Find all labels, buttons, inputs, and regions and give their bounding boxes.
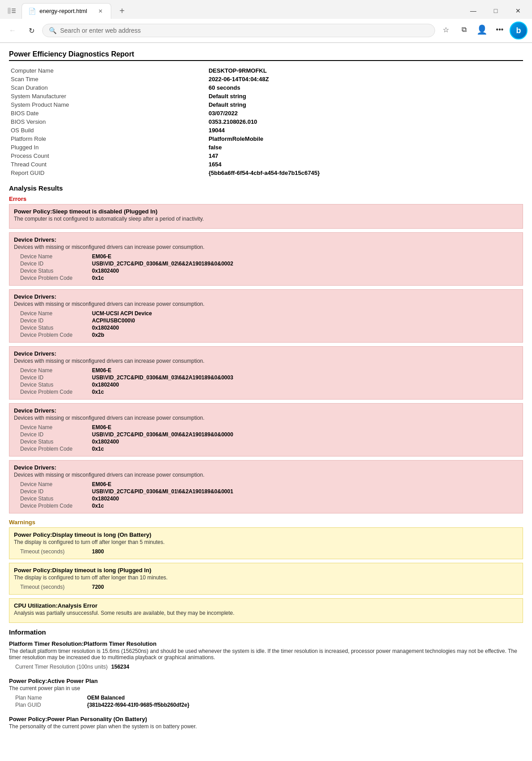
profile-button[interactable]: 👤 [474,22,490,38]
navigation-bar: ← ↻ 🔍 Search or enter web address ☆ ⧉ 👤 … [0,19,532,43]
sidebar-toggle-button[interactable] [4,3,20,19]
detail-row: Device Problem Code0x1c [18,445,235,452]
info-block: Platform Timer Resolution:Platform Timer… [9,639,523,672]
detail-table: Current Timer Resolution (100ns units)15… [13,663,131,670]
detail-value: 0x2b [90,331,154,339]
system-info-value: {5bb6a6ff-6f54-4cbf-a454-fde7b15c6745} [207,169,523,177]
block-title: Device Drivers: [14,350,518,357]
detail-value: 1800 [90,548,106,555]
error-block: Device Drivers:Devices with missing or m… [9,403,523,457]
detail-row: Device IDUSB\VID_2C7C&PID_0306&MI_02\6&2… [18,260,235,267]
system-info-label: System Product Name [9,100,207,109]
detail-label: Device ID [18,374,90,381]
report-title: Power Efficiency Diagnostics Report [9,50,523,61]
detail-label: Device ID [18,431,90,438]
svg-rect-1 [12,9,16,9]
detail-label: Device Status [18,381,90,388]
detail-row: Device Status0x1802400 [18,495,235,502]
browser-tab[interactable]: 📄 energy-report.html ✕ [22,3,111,19]
system-info-value: 19044 [207,126,523,135]
block-description: The display is configured to turn off af… [14,574,518,581]
system-info-row: Report GUID{5bb6a6ff-6f54-4cbf-a454-fde7… [9,169,523,177]
detail-table: Plan NameOEM BalancedPlan GUID{381b4222-… [13,694,191,709]
detail-value: 7200 [90,583,106,591]
system-info-row: Plugged Infalse [9,143,523,152]
errors-container: Power Policy:Sleep timeout is disabled (… [9,204,523,513]
search-icon: 🔍 [49,27,57,34]
system-info-label: Report GUID [9,169,207,177]
detail-row: Device IDUSB\VID_2C7C&PID_0306&MI_03\6&2… [18,374,235,381]
minimize-button[interactable]: — [463,4,484,18]
block-title: Power Policy:Sleep timeout is disabled (… [14,208,518,215]
block-description: Analysis was partially unsuccessful. Som… [14,610,518,616]
title-bar: 📄 energy-report.html ✕ + — □ ✕ [0,0,532,19]
menu-button[interactable]: ••• [492,22,508,38]
detail-table: Device NameEM06-EDevice IDUSB\VID_2C7C&P… [18,367,235,396]
detail-row: Device Status0x1802400 [18,267,235,274]
block-description: Devices with missing or misconfigured dr… [14,472,518,478]
system-info-value: 60 seconds [207,83,523,92]
close-button[interactable]: ✕ [508,4,528,18]
bing-button[interactable]: b [510,22,528,39]
detail-label: Current Timer Resolution (100ns units) [13,663,109,670]
error-block: Device Drivers:Devices with missing or m… [9,289,523,343]
collections-button[interactable]: ⧉ [456,22,472,38]
block-description: The display is configured to turn off af… [14,539,518,545]
system-info-row: Computer NameDESKTOP-9RMOFKL [9,66,523,75]
detail-label: Device ID [18,260,90,267]
detail-row: Device IDUSB\VID_2C7C&PID_0306&MI_01\6&2… [18,488,235,495]
detail-row: Device Status0x1802400 [18,438,235,445]
window-controls: — □ ✕ [463,4,528,18]
detail-value: EM06-E [90,424,235,431]
back-button[interactable]: ← [4,22,21,39]
block-title: Power Policy:Active Power Plan [9,678,523,684]
maximize-button[interactable]: □ [485,4,506,18]
block-title: Device Drivers: [14,464,518,471]
detail-table: Device NameEM06-EDevice IDUSB\VID_2C7C&P… [18,481,235,509]
system-info-label: System Manufacturer [9,92,207,100]
detail-row: Device IDUSB\VID_2C7C&PID_0306&MI_00\6&2… [18,431,235,438]
detail-row: Device Problem Code0x2b [18,331,154,339]
detail-row: Device NameEM06-E [18,424,235,431]
detail-row: Device Problem Code0x1c [18,502,235,509]
detail-table: Timeout (seconds)1800 [18,548,106,555]
block-title: Platform Timer Resolution:Platform Timer… [9,640,523,647]
system-info-value: DESKTOP-9RMOFKL [207,66,523,75]
system-info-value: false [207,143,523,152]
system-info-label: Scan Duration [9,83,207,92]
detail-row: Plan GUID{381b4222-f694-41f0-9685-ff5bb2… [13,701,191,709]
detail-value: 0x1802400 [90,324,154,331]
detail-value: 0x1802400 [90,267,235,274]
detail-label: Device Name [18,253,90,260]
address-bar[interactable]: 🔍 Search or enter web address [42,24,435,37]
detail-label: Plan Name [13,694,85,701]
block-description: The default platform timer resolution is… [9,648,523,661]
detail-value: 0x1c [90,274,235,282]
detail-label: Device Status [18,438,90,445]
detail-label: Device ID [18,488,90,495]
detail-row: Device Problem Code0x1c [18,274,235,282]
system-info-label: Computer Name [9,66,207,75]
detail-label: Device Name [18,310,90,317]
detail-table: Timeout (seconds)7200 [18,583,106,591]
info-block: Power Policy:Power Plan Personality (On … [9,714,523,734]
system-info-label: Process Count [9,152,207,160]
detail-row: Device IDACPI\USBC000\0 [18,317,154,324]
tab-close-button[interactable]: ✕ [96,7,105,15]
detail-row: Plan NameOEM Balanced [13,694,191,701]
system-info-value: 2022-06-14T04:04:48Z [207,75,523,83]
favorites-button[interactable]: ☆ [438,22,454,38]
detail-row: Current Timer Resolution (100ns units)15… [13,663,131,670]
error-block: Device Drivers:Devices with missing or m… [9,346,523,400]
refresh-button[interactable]: ↻ [23,22,39,39]
new-tab-button[interactable]: + [115,4,129,18]
system-info-value: Default string [207,92,523,100]
block-description: Devices with missing or misconfigured dr… [14,415,518,421]
warning-block: Power Policy:Display timeout is long (On… [9,527,523,559]
block-description: Devices with missing or misconfigured dr… [14,301,518,307]
detail-label: Device Name [18,424,90,431]
page-content: Power Efficiency Diagnostics Report Comp… [0,43,532,745]
system-info-label: Plugged In [9,143,207,152]
browser-chrome: 📄 energy-report.html ✕ + — □ ✕ ← ↻ 🔍 Sea… [0,0,532,43]
detail-label: Device Problem Code [18,274,90,282]
